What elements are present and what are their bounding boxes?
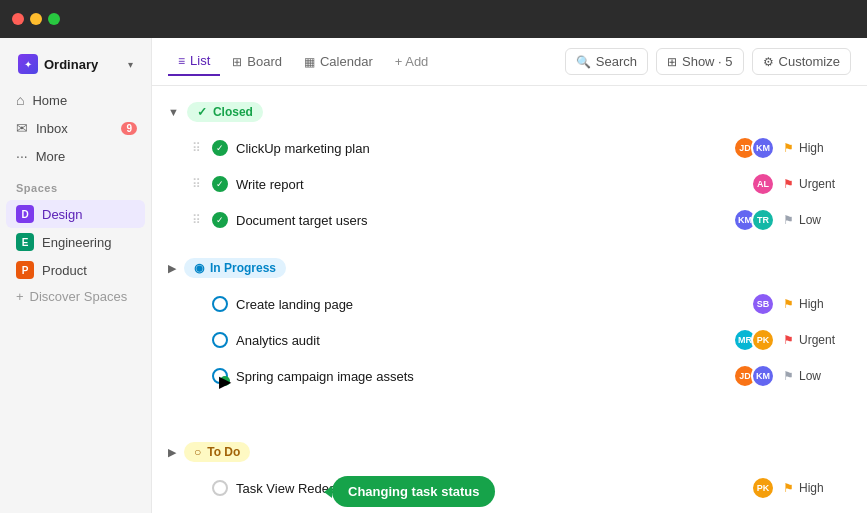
priority-flag: ⚑ High <box>783 481 843 495</box>
priority-flag: ⚑ Urgent <box>783 333 843 347</box>
workspace-name: Ordinary <box>44 57 122 72</box>
priority-label: High <box>799 297 824 311</box>
workspace-selector[interactable]: ✦ Ordinary ▾ <box>6 46 145 82</box>
discover-spaces-button[interactable]: + Discover Spaces <box>6 284 145 309</box>
sidebar-item-inbox[interactable]: ✉ Inbox 9 <box>6 114 145 142</box>
priority-label: Urgent <box>799 177 835 191</box>
sidebar-item-design-label: Design <box>42 207 82 222</box>
task-checkbox[interactable]: ✓ <box>212 212 228 228</box>
chevron-down-icon: ▾ <box>128 59 133 70</box>
table-row[interactable]: Create landing page SB ⚑ High <box>160 286 859 322</box>
table-row[interactable]: Analytics audit MR PK ⚑ Urgent <box>160 322 859 358</box>
flag-icon: ⚑ <box>783 141 794 155</box>
task-checkbox[interactable] <box>212 332 228 348</box>
customize-button[interactable]: ⚙ Customize <box>752 48 851 75</box>
avatar: AL <box>751 172 775 196</box>
task-avatars: JD KM <box>733 364 775 388</box>
table-row[interactable]: ⠿ ✓ Write report AL ⚑ Urgent <box>160 166 859 202</box>
avatar: PK <box>751 476 775 500</box>
tab-group: ≡ List ⊞ Board ▦ Calendar + Add <box>168 47 438 76</box>
main-content: ≡ List ⊞ Board ▦ Calendar + Add 🔍 <box>152 38 867 513</box>
task-avatars: MR PK <box>733 328 775 352</box>
task-checkbox[interactable]: ✓ <box>212 140 228 156</box>
priority-label: Urgent <box>799 333 835 347</box>
check-icon: ✓ <box>197 105 207 119</box>
close-button[interactable] <box>12 13 24 25</box>
priority-label: High <box>799 481 824 495</box>
sidebar-item-product[interactable]: P Product <box>6 256 145 284</box>
minimize-button[interactable] <box>30 13 42 25</box>
circle-icon: ◉ <box>194 261 204 275</box>
sidebar: ✦ Ordinary ▾ ⌂ Home ✉ Inbox 9 ··· More S… <box>0 38 152 513</box>
avatar: TR <box>751 208 775 232</box>
group-in-progress-label: In Progress <box>210 261 276 275</box>
group-closed-label: Closed <box>213 105 253 119</box>
task-name: Create landing page <box>236 297 743 312</box>
maximize-button[interactable] <box>48 13 60 25</box>
priority-label: High <box>799 141 824 155</box>
workspace-icon: ✦ <box>18 54 38 74</box>
chevron-right-icon: ▶ <box>168 262 176 275</box>
customize-label: Customize <box>779 54 840 69</box>
flag-icon: ⚑ <box>783 297 794 311</box>
gear-icon: ⚙ <box>763 55 774 69</box>
nav-items: ⌂ Home ✉ Inbox 9 ··· More <box>0 86 151 170</box>
tab-calendar-label: Calendar <box>320 54 373 69</box>
circle-icon: ○ <box>194 445 201 459</box>
add-view-button[interactable]: + Add <box>385 48 439 75</box>
task-avatars: AL <box>751 172 775 196</box>
table-row[interactable]: ⠿ ✓ ClickUp marketing plan JD KM ⚑ High <box>160 130 859 166</box>
priority-flag: ⚑ High <box>783 141 843 155</box>
flag-icon: ⚑ <box>783 369 794 383</box>
group-header-in-progress[interactable]: ▶ ◉ In Progress <box>152 250 867 286</box>
traffic-lights <box>12 13 60 25</box>
group-header-closed[interactable]: ▼ ✓ Closed <box>152 94 867 130</box>
tab-board[interactable]: ⊞ Board <box>222 48 292 75</box>
search-label: Search <box>596 54 637 69</box>
task-checkbox[interactable] <box>212 296 228 312</box>
show-icon: ⊞ <box>667 55 677 69</box>
priority-flag: ⚑ Low <box>783 369 843 383</box>
sidebar-item-product-label: Product <box>42 263 87 278</box>
app-container: ✦ Ordinary ▾ ⌂ Home ✉ Inbox 9 ··· More S… <box>0 38 867 513</box>
sidebar-item-design[interactable]: D Design <box>6 200 145 228</box>
nav-actions: 🔍 Search ⊞ Show · 5 ⚙ Customize <box>565 48 851 75</box>
sidebar-item-home[interactable]: ⌂ Home <box>6 86 145 114</box>
task-checkbox[interactable] <box>212 480 228 496</box>
list-icon: ≡ <box>178 54 185 68</box>
priority-label: Low <box>799 213 821 227</box>
tab-list[interactable]: ≡ List <box>168 47 220 76</box>
drag-handle[interactable]: ⠿ <box>192 141 204 155</box>
discover-spaces-label: Discover Spaces <box>30 289 128 304</box>
plus-icon: + <box>16 289 24 304</box>
drag-handle[interactable]: ⠿ <box>192 213 204 227</box>
add-view-label: + Add <box>395 54 429 69</box>
search-button[interactable]: 🔍 Search <box>565 48 648 75</box>
chevron-down-icon: ▼ <box>168 106 179 118</box>
priority-flag: ⚑ Low <box>783 213 843 227</box>
drag-handle[interactable]: ⠿ <box>192 177 204 191</box>
group-todo-label: To Do <box>207 445 240 459</box>
avatar: KM <box>751 136 775 160</box>
priority-flag: ⚑ Urgent <box>783 177 843 191</box>
tab-calendar[interactable]: ▦ Calendar <box>294 48 383 75</box>
table-row[interactable]: Grouped Inbox Comments AL NW ⚑ Urgent <box>160 506 859 513</box>
task-name: Spring campaign image assets <box>236 369 725 384</box>
spaces-label: Spaces <box>6 178 145 200</box>
tab-board-label: Board <box>247 54 282 69</box>
table-row[interactable]: Task View Redesign PK ⚑ High <box>160 470 859 506</box>
sidebar-item-more[interactable]: ··· More <box>6 142 145 170</box>
sidebar-item-engineering[interactable]: E Engineering <box>6 228 145 256</box>
avatar: KM <box>751 364 775 388</box>
table-row[interactable]: ⠿ ✓ Document target users KM TR ⚑ Low <box>160 202 859 238</box>
task-list: ▼ ✓ Closed ⠿ ✓ ClickUp marketing plan JD… <box>152 86 867 513</box>
task-checkbox[interactable]: ▶ <box>212 368 228 384</box>
more-icon: ··· <box>16 148 28 164</box>
task-checkbox[interactable]: ✓ <box>212 176 228 192</box>
group-header-todo[interactable]: ▶ ○ To Do <box>152 434 867 470</box>
table-row[interactable]: ▶ Spring campaign image assets JD KM ⚑ L… <box>160 358 859 394</box>
show-button[interactable]: ⊞ Show · 5 <box>656 48 744 75</box>
product-badge: P <box>16 261 34 279</box>
search-icon: 🔍 <box>576 55 591 69</box>
tab-list-label: List <box>190 53 210 68</box>
